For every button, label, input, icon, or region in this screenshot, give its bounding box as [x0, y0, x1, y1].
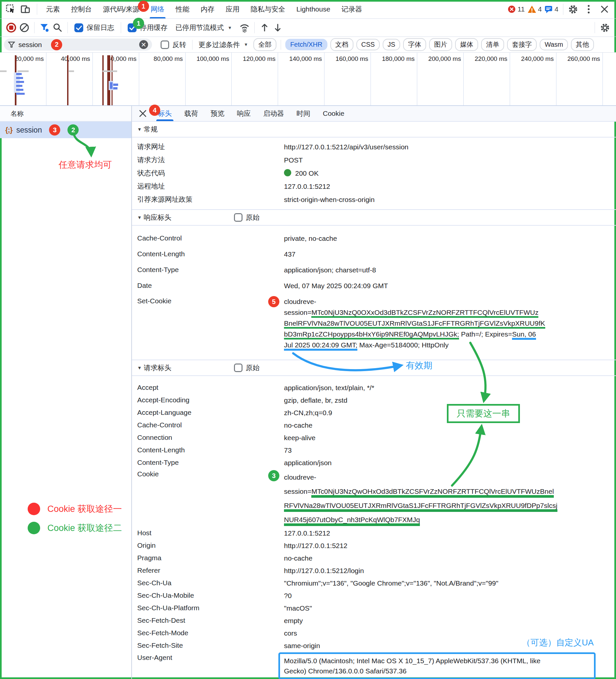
pill-js[interactable]: JS [383, 39, 400, 50]
close-devtools-icon[interactable] [598, 3, 611, 15]
devtools-tabbar: 元素控制台源代码/来源1网络性能内存应用隐私与安全Lighthouse记录器 1… [0, 0, 616, 19]
header-value: Wed, 07 May 2025 00:24:09 GMT [284, 280, 616, 291]
header-row: Sec-Fetch-Destempty [132, 614, 616, 627]
header-value: 5cloudreve-session=MTc0NjU3NzQ0OXxOd3dBT… [284, 296, 616, 350]
tab-元素[interactable]: 元素 [40, 0, 65, 19]
section-rows: Acceptapplication/json, text/plain, */*A… [132, 376, 616, 679]
divider [563, 4, 563, 15]
header-key: Set-Cookie [137, 296, 284, 305]
pill--[interactable]: 图片 [429, 38, 452, 51]
settings-gear-icon[interactable] [567, 3, 579, 15]
value-line: 437 [284, 249, 616, 260]
raw-headers-toggle[interactable]: 原始 [234, 213, 259, 222]
detail-tab-标头[interactable]: 标头4 [152, 106, 178, 121]
pill--[interactable]: 全部 [253, 38, 276, 51]
pill-css[interactable]: CSS [357, 39, 380, 50]
divider [192, 40, 192, 50]
value-line: empty [284, 615, 616, 626]
value-segment: session= [284, 309, 311, 316]
raw-headers-toggle[interactable]: 原始 [234, 363, 259, 373]
status-counters: 11 4 4 [507, 5, 558, 13]
detail-tab-载荷[interactable]: 载荷 [178, 106, 204, 121]
pill--[interactable]: 字体 [403, 38, 426, 51]
header-value: http://127.0.0.1:5212/api/v3/user/sessio… [284, 141, 616, 152]
filter-funnel-icon[interactable] [38, 21, 51, 34]
pill--[interactable]: 媒体 [455, 38, 478, 51]
network-overview-timeline[interactable]: 20,000 ms40,000 ms60,000 ms80,000 ms100,… [0, 53, 616, 106]
pill-wasm[interactable]: Wasm [540, 39, 568, 50]
import-har-icon[interactable] [258, 21, 271, 34]
value-segment: http://127.0.0.1:5212 [284, 542, 347, 549]
close-details-icon[interactable] [135, 106, 150, 121]
header-value: keep-alive [284, 432, 616, 443]
network-conditions-icon[interactable] [238, 21, 251, 34]
detail-tab-启动器[interactable]: 启动器 [257, 106, 290, 121]
invert-filter-toggle[interactable]: 反转 [161, 40, 186, 50]
device-toolbar-icon[interactable] [19, 3, 32, 15]
warning-counter[interactable]: 4 [527, 5, 542, 13]
value-line: 200 OK [284, 168, 616, 179]
section-header[interactable]: ▼常规 [132, 122, 616, 137]
header-value: same-origin [284, 640, 616, 651]
detail-tab-label: Cookie [323, 109, 344, 118]
pill-fetch-xhr[interactable]: Fetch/XHR [285, 39, 328, 50]
detail-tab-预览[interactable]: 预览 [204, 106, 231, 121]
network-settings-gear-icon[interactable] [598, 21, 611, 34]
value-line: 127.0.0.1:5212 [284, 528, 616, 539]
clear-filter-icon[interactable]: ✕ [139, 40, 148, 49]
tab-记录器[interactable]: 记录器 [336, 0, 368, 19]
header-value: zh-CN,zh;q=0.9 [284, 407, 616, 418]
section-rows: 请求网址http://127.0.0.1:5212/api/v3/user/se… [132, 137, 616, 209]
tab-网络[interactable]: 网络 [145, 0, 170, 19]
section-title: 常规 [144, 125, 158, 134]
stop-recording-button[interactable] [5, 21, 18, 34]
tab-内存[interactable]: 内存 [195, 0, 220, 19]
value-line: Mozilla/5.0 (Macintosh; Intel Mac OS X 1… [284, 656, 590, 666]
tab-性能[interactable]: 性能 [170, 0, 195, 19]
header-key: Content-Length [137, 250, 284, 258]
pill--[interactable]: 其他 [571, 38, 594, 51]
tab-源代码/来源[interactable]: 源代码/来源1 [97, 0, 145, 19]
name-column-header[interactable]: 名称 [0, 106, 131, 122]
request-row-session[interactable]: {;} session 3 2 [0, 122, 131, 138]
clear-network-log-button[interactable] [18, 21, 31, 34]
pill--[interactable]: 套接字 [507, 38, 537, 51]
waterfall-request-bar [110, 82, 113, 89]
error-counter[interactable]: 11 [507, 5, 525, 13]
tab-应用[interactable]: 应用 [220, 0, 245, 19]
export-har-icon[interactable] [271, 21, 284, 34]
header-key: Cache-Control [137, 234, 284, 242]
tab-控制台[interactable]: 控制台 [65, 0, 97, 19]
value-segment: no-cache [284, 554, 312, 562]
detail-tab-时间[interactable]: 时间 [290, 106, 316, 121]
value-segment: http://127.0.0.1:5212/api/v3/user/sessio… [284, 143, 408, 151]
preserve-log-toggle[interactable]: 保留日志 [74, 23, 114, 32]
tab-Lighthouse[interactable]: Lighthouse [291, 0, 336, 19]
issues-icon [544, 5, 553, 13]
tab-label: 性能 [176, 5, 189, 14]
section--: ▼请求标头原始Acceptapplication/json, text/plai… [132, 360, 616, 679]
inspect-element-icon[interactable] [5, 3, 17, 15]
filter-input[interactable]: session 2 ✕ [4, 38, 152, 51]
more-filters-dropdown[interactable]: 更多过滤条件 ▼ [198, 40, 248, 50]
timeline-tick-label: 80,000 ms [139, 53, 186, 105]
section-header[interactable]: ▼请求标头原始 [132, 360, 616, 376]
pill--[interactable]: 文档 [330, 38, 353, 51]
disable-cache-toggle[interactable]: 1 停用缓存 [128, 23, 167, 32]
search-icon[interactable] [51, 21, 64, 34]
detail-tab-响应[interactable]: 响应 [231, 106, 257, 121]
value-line: cloudreve- [284, 296, 616, 307]
header-value: private, no-cache [284, 233, 616, 244]
pill--[interactable]: 清单 [481, 38, 504, 51]
header-row: Content-Length73 [132, 444, 616, 456]
section-header[interactable]: ▼响应标头原始 [132, 210, 616, 226]
header-value: 200 OK [284, 168, 616, 179]
tab-label: Lighthouse [297, 5, 330, 13]
tab-隐私与安全[interactable]: 隐私与安全 [245, 0, 291, 19]
issues-counter[interactable]: 4 [544, 5, 558, 13]
more-options-kebab-icon[interactable] [582, 3, 595, 15]
detail-tab-Cookie[interactable]: Cookie [316, 106, 350, 121]
waterfall-request-bar [16, 93, 25, 95]
throttling-select[interactable]: 已停用节流模式 ▼ [174, 23, 232, 32]
header-key: Referer [137, 567, 284, 574]
